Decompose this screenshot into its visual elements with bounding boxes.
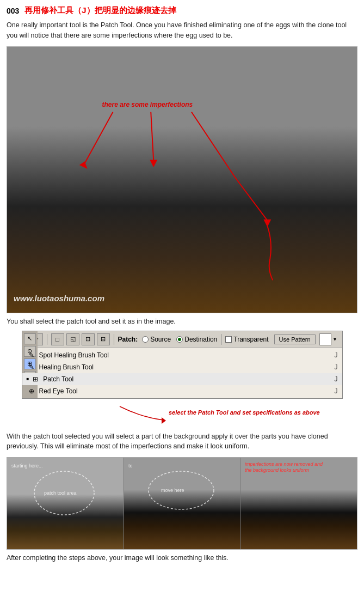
source-radio[interactable]: Source xyxy=(142,336,171,343)
triple-section-3: imperfections are now removed and the ba… xyxy=(240,458,357,549)
tool-list: ✎ Spot Healing Brush Tool J ✎ Healing Br… xyxy=(22,348,342,398)
triple-section-1: starting here... patch tool area xyxy=(7,458,124,549)
toolbar-main: ⚙▾ □ ◱ ⊡ ⊟ Patch: Source Destination xyxy=(22,331,342,398)
watermark: www.luotaoshuma.com xyxy=(14,294,104,303)
description-text: With the patch tool selected you will se… xyxy=(7,431,357,452)
svg-text:to: to xyxy=(128,463,133,469)
healing-brush-shortcut: J xyxy=(335,363,338,371)
separator-2 xyxy=(114,334,114,345)
icon-btn-3[interactable]: ⊡ xyxy=(82,333,95,345)
page-content: 003 再用修补工具（J）把明显的边缘痕迹去掉 One really impor… xyxy=(0,0,364,567)
icon-btn-2[interactable]: ◱ xyxy=(66,333,79,345)
step-title: 再用修补工具（J）把明显的边缘痕迹去掉 xyxy=(24,5,176,16)
svg-text:starting here...: starting here... xyxy=(11,463,43,469)
triple-svg-1: starting here... patch tool area xyxy=(7,458,124,549)
red-eye-label: Red Eye Tool xyxy=(39,387,329,395)
patch-label: Patch: xyxy=(118,336,138,343)
transparent-checkbox-box[interactable] xyxy=(225,336,232,343)
patch-tool-bullet: ■ xyxy=(27,376,29,381)
spot-healing-brush-label: Spot Healing Brush Tool xyxy=(39,351,329,359)
pattern-dropdown-arrow[interactable]: ▾ xyxy=(334,336,336,342)
source-radio-circle[interactable] xyxy=(142,336,149,343)
separator-1 xyxy=(47,334,47,345)
toolbar-panel: ↖ ⊙ ⊞ ⊕ ⚙▾ □ ◱ ⊡ ⊟ Patch: Source xyxy=(22,331,343,399)
destination-label: Destination xyxy=(184,336,217,343)
svg-text:the background looks uniform: the background looks uniform xyxy=(245,467,310,473)
spot-healing-brush-icon: ✎ xyxy=(27,351,36,360)
destination-radio-circle[interactable] xyxy=(176,336,183,343)
spot-healing-brush-shortcut: J xyxy=(335,351,338,359)
use-pattern-button[interactable]: Use Pattern xyxy=(274,335,316,344)
svg-marker-5 xyxy=(263,219,271,227)
spot-healing-brush-tool[interactable]: ✎ Spot Healing Brush Tool J xyxy=(22,349,342,361)
patch-tool[interactable]: ■ ⊞ Patch Tool J xyxy=(22,373,342,385)
svg-text:patch tool area: patch tool area xyxy=(44,490,77,496)
transparent-label: Transparent xyxy=(233,336,268,343)
red-eye-icon: ⊕ xyxy=(27,387,36,396)
patch-tool-shortcut: J xyxy=(335,375,338,383)
caption-1: You shall select the patch tool and set … xyxy=(7,318,357,325)
intro-text: One really important tool is the Patch T… xyxy=(7,20,357,41)
source-label: Source xyxy=(150,336,171,343)
svg-text:move here: move here xyxy=(161,488,184,493)
pattern-preview xyxy=(319,333,331,345)
destination-radio[interactable]: Destination xyxy=(176,336,217,343)
patch-tool-label: Patch Tool xyxy=(43,375,329,383)
svg-text:there are some imperfections: there are some imperfections xyxy=(102,100,193,108)
tool-annotation-container: select the Patch Tool and set specificat… xyxy=(22,401,343,428)
arrow-tool-icon[interactable]: ↖ xyxy=(24,333,36,344)
triple-svg-3: imperfections are now removed and the ba… xyxy=(240,458,357,549)
patch-tool-icon: ⊞ xyxy=(30,375,40,384)
main-image: there are some imperfections www.luotaos… xyxy=(7,46,357,313)
triple-image: starting here... patch tool area to move… xyxy=(7,457,357,550)
triple-section-2: to move here xyxy=(124,458,241,549)
arrows-overlay: there are some imperfections xyxy=(7,47,357,313)
icon-btn-1[interactable]: □ xyxy=(51,333,64,345)
step-header: 003 再用修补工具（J）把明显的边缘痕迹去掉 xyxy=(7,5,357,16)
healing-brush-tool[interactable]: ✎ Healing Brush Tool J xyxy=(22,361,342,373)
red-eye-shortcut: J xyxy=(335,387,338,395)
triple-svg-2: to move here xyxy=(124,458,240,549)
healing-brush-label: Healing Brush Tool xyxy=(39,363,329,371)
final-caption: After completing the steps above, your i… xyxy=(7,554,357,562)
red-eye-tool[interactable]: ⊕ Red Eye Tool J xyxy=(22,385,342,397)
separator-3 xyxy=(221,334,221,345)
svg-marker-2 xyxy=(79,161,88,169)
transparent-checkbox[interactable]: Transparent xyxy=(225,336,268,343)
svg-line-1 xyxy=(83,112,113,166)
healing-brush-icon: ✎ xyxy=(27,363,36,372)
svg-marker-6 xyxy=(162,417,166,424)
svg-marker-4 xyxy=(150,160,157,167)
svg-line-3 xyxy=(151,112,153,161)
svg-text:select the Patch Tool and set : select the Patch Tool and set specificat… xyxy=(169,409,320,416)
step-number: 003 xyxy=(7,7,19,15)
radio-group: Source Destination xyxy=(142,336,217,343)
tool-annotation-svg: select the Patch Tool and set specificat… xyxy=(22,401,343,428)
toolbar-top-row: ⚙▾ □ ◱ ⊡ ⊟ Patch: Source Destination xyxy=(22,331,342,348)
svg-text:imperfections are now removed : imperfections are now removed and xyxy=(245,461,323,467)
icon-btn-4[interactable]: ⊟ xyxy=(97,333,110,345)
